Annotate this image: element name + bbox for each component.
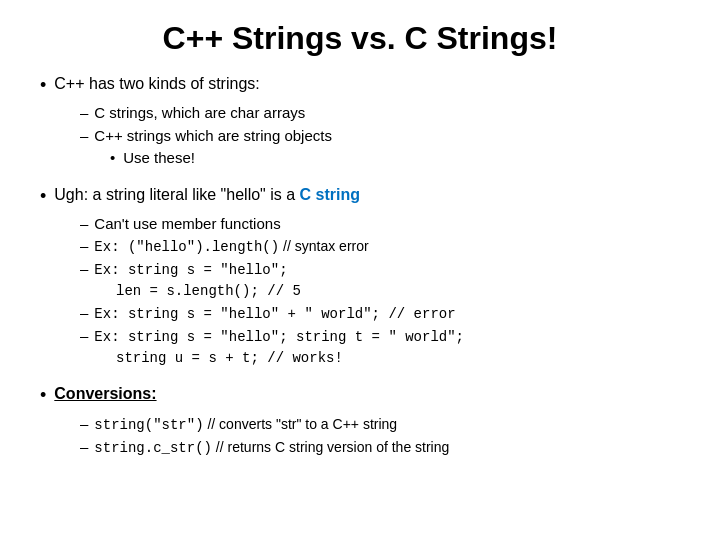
sub-bullet-text-2-1: Can't use member functions — [94, 213, 280, 236]
comment-3-1: // converts "str" to a C++ string — [204, 416, 398, 432]
sub-bullet-text-1-2: C++ strings which are string objects — [94, 125, 332, 148]
code-continuation-2-5: string u = s + t; // works! — [116, 348, 680, 369]
sub-bullet-3-2: – string.c_str() // returns C string ver… — [80, 436, 680, 459]
sub-bullet-text-3-1: string("str") // converts "str" to a C++… — [94, 413, 397, 436]
c-string-label: C string — [300, 186, 360, 203]
section-3: • Conversions: – string("str") // conver… — [40, 383, 680, 458]
slide-title: C++ Strings vs. C Strings! — [40, 20, 680, 57]
sub-bullet-text-2-3: Ex: string s = "hello"; — [94, 258, 287, 281]
bullet-text-3: Conversions: — [54, 383, 156, 405]
sub-bullet-3-1: – string("str") // converts "str" to a C… — [80, 413, 680, 436]
dash-2-2: – — [80, 235, 88, 258]
bullet-dot-3: • — [40, 383, 46, 408]
bullet-text-2: Ugh: a string literal like "hello" is a … — [54, 184, 360, 206]
section-2: • Ugh: a string literal like "hello" is … — [40, 184, 680, 370]
dash-2-1: – — [80, 213, 88, 236]
section-1: • C++ has two kinds of strings: – C stri… — [40, 73, 680, 170]
sub-sub-dot-1: • — [110, 147, 115, 170]
sub-bullet-2-5: – Ex: string s = "hello"; string t = " w… — [80, 325, 680, 348]
comment-3-2: // returns C string version of the strin… — [212, 439, 449, 455]
main-bullet-2: • Ugh: a string literal like "hello" is … — [40, 184, 680, 209]
sub-bullet-2-2: – Ex: ("hello").length() // syntax error — [80, 235, 680, 258]
sub-sub-bullet-1: • Use these! — [110, 147, 680, 170]
dash-2-4: – — [80, 302, 88, 325]
bullet-text-1: C++ has two kinds of strings: — [54, 73, 259, 95]
code-3-1: string("str") — [94, 417, 203, 433]
sub-bullet-text-3-2: string.c_str() // returns C string versi… — [94, 436, 449, 459]
slide: C++ Strings vs. C Strings! • C++ has two… — [0, 0, 720, 540]
sub-bullet-text-2-4: Ex: string s = "hello" + " world"; // er… — [94, 302, 455, 325]
sub-bullet-text-1-1: C strings, which are char arrays — [94, 102, 305, 125]
sub-bullet-1-1: – C strings, which are char arrays — [80, 102, 680, 125]
code-2-2: Ex: ("hello").length() — [94, 239, 279, 255]
dash-3-2: – — [80, 436, 88, 459]
dash-1-1: – — [80, 102, 88, 125]
code-continuation-2-3: len = s.length(); // 5 — [116, 281, 680, 302]
bullet-dot-2: • — [40, 184, 46, 209]
code-3-2: string.c_str() — [94, 440, 212, 456]
code-2-3: Ex: string s = "hello"; — [94, 262, 287, 278]
main-bullet-1: • C++ has two kinds of strings: — [40, 73, 680, 98]
comment-2-2: // syntax error — [279, 238, 368, 254]
sub-bullet-text-2-2: Ex: ("hello").length() // syntax error — [94, 235, 368, 258]
main-bullet-3: • Conversions: — [40, 383, 680, 408]
code-2-4: Ex: string s = "hello" + " world"; // er… — [94, 306, 455, 322]
dash-2-5: – — [80, 325, 88, 348]
dash-1-2: – — [80, 125, 88, 148]
code-2-5: Ex: string s = "hello"; string t = " wor… — [94, 329, 464, 345]
sub-sub-text-1: Use these! — [123, 147, 195, 170]
dash-2-3: – — [80, 258, 88, 281]
dash-3-1: – — [80, 413, 88, 436]
sub-bullet-2-4: – Ex: string s = "hello" + " world"; // … — [80, 302, 680, 325]
sub-bullet-text-2-5: Ex: string s = "hello"; string t = " wor… — [94, 325, 464, 348]
sub-bullet-2-3: – Ex: string s = "hello"; — [80, 258, 680, 281]
sub-bullet-2-1: – Can't use member functions — [80, 213, 680, 236]
bullet-dot-1: • — [40, 73, 46, 98]
sub-bullet-1-2: – C++ strings which are string objects — [80, 125, 680, 148]
